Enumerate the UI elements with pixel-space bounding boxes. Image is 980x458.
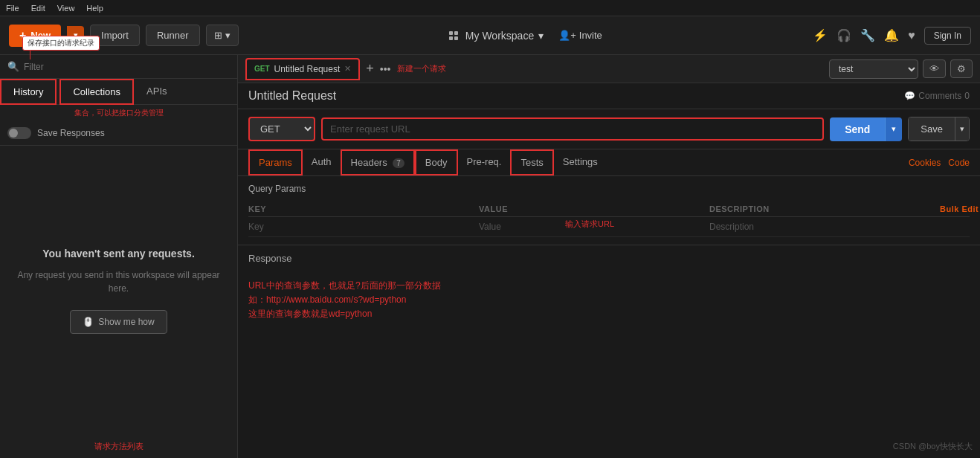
lightning-icon[interactable]: ⚡ <box>813 28 828 42</box>
active-request-tab[interactable]: GET Untitled Request ✕ <box>245 58 360 80</box>
param-key-input[interactable] <box>248 222 473 232</box>
url-input[interactable] <box>321 117 824 141</box>
annotation-collections: 集合，可以把接口分类管理 <box>7 108 230 118</box>
wrench-icon[interactable]: 🔧 <box>860 28 875 42</box>
heart-icon[interactable]: ♥ <box>908 29 915 42</box>
sidebar: 🔍 保存接口的请求纪录 History Collections APIs 集合，… <box>0 55 238 458</box>
req-tab-headers[interactable]: Headers 7 <box>341 149 415 175</box>
csdn-watermark: CSDN @boy快快长大 <box>893 441 973 452</box>
comments-button[interactable]: 💬 Comments 0 <box>904 91 970 101</box>
headers-label: Headers <box>351 157 390 168</box>
request-tabs: Params Auth Headers 7 Body Pre-req. Test… <box>238 149 980 176</box>
runner-button[interactable]: Runner <box>146 25 200 46</box>
save-responses-label: Save Responses <box>37 128 105 138</box>
save-button-group: Save ▾ <box>908 117 970 141</box>
annotation-url-params-text: URL中的查询参数，也就足?后面的那一部分数据 如：http://www.bai… <box>248 279 970 322</box>
annotation-save-record: 保存接口的请求纪录 <box>22 36 100 59</box>
sidebar-empty-state: You haven't sent any requests. Any reque… <box>0 146 237 435</box>
menu-help[interactable]: Help <box>86 4 103 13</box>
annotation-method-label: 请求方法列表 <box>6 441 231 452</box>
sidebar-tab-apis[interactable]: APIs <box>134 79 179 104</box>
save-responses-toggle[interactable] <box>7 127 31 139</box>
tab-name: Untitled Request <box>274 64 341 74</box>
send-button[interactable]: Send <box>830 117 885 141</box>
invite-label: Invite <box>579 30 602 41</box>
annotation-bubble-save: 保存接口的请求纪录 <box>22 36 100 51</box>
req-tab-prereq[interactable]: Pre-req. <box>458 150 511 175</box>
settings-button[interactable]: ⚙ <box>950 59 973 78</box>
comments-label: Comments <box>918 91 961 101</box>
url-bar: GET POST PUT DELETE 输入请求URL Send ▾ Save … <box>238 109 980 149</box>
req-tab-params[interactable]: Params <box>248 149 303 175</box>
menu-edit[interactable]: Edit <box>31 4 45 13</box>
req-tabs-right: Cookies Code <box>909 158 970 168</box>
req-tab-settings[interactable]: Settings <box>554 150 607 175</box>
response-section: Response <box>238 245 980 271</box>
show-me-how-button[interactable]: 🖱️ Show me how <box>70 310 167 334</box>
headset-icon[interactable]: 🎧 <box>836 28 851 42</box>
param-description-input[interactable] <box>709 222 934 232</box>
show-me-how-label: Show me how <box>98 317 154 327</box>
code-link[interactable]: Code <box>948 158 970 168</box>
content-area: GET Untitled Request ✕ + ••• 新建一个请求 test… <box>238 55 980 458</box>
bottom-annotation: URL中的查询参数，也就足?后面的那一部分数据 如：http://www.bai… <box>238 271 980 329</box>
layout-dropdown-arrow: ▾ <box>225 30 231 41</box>
sidebar-tab-history[interactable]: History <box>0 79 57 105</box>
sidebar-tabs: History Collections APIs <box>0 79 237 105</box>
bell-icon[interactable]: 🔔 <box>884 28 899 42</box>
add-tab-button[interactable]: + <box>363 61 377 77</box>
invite-icon: 👤+ <box>558 30 576 41</box>
close-tab-icon[interactable]: ✕ <box>344 64 351 74</box>
headers-badge: 7 <box>393 158 404 168</box>
bulk-edit-button[interactable]: Bulk Edit <box>940 204 970 213</box>
comment-icon: 💬 <box>904 91 915 101</box>
req-tab-body[interactable]: Body <box>415 149 458 175</box>
grid-icon <box>449 31 458 40</box>
search-icon: 🔍 <box>7 61 19 72</box>
annotation-input-url-text: 输入请求URL <box>565 219 614 228</box>
cursor-icon: 🖱️ <box>83 317 94 327</box>
sidebar-tab-collections[interactable]: Collections <box>59 79 134 105</box>
save-responses-area: Save Responses <box>0 121 237 146</box>
params-title: Query Params <box>248 184 970 194</box>
invite-button[interactable]: 👤+ Invite <box>558 30 602 41</box>
req-tab-tests[interactable]: Tests <box>510 149 553 175</box>
sidebar-empty-desc: Any request you send in this workspace w… <box>15 268 222 295</box>
annotation-line <box>30 51 30 59</box>
sidebar-search-area: 🔍 保存接口的请求纪录 <box>0 55 237 79</box>
main-layout: 🔍 保存接口的请求纪录 History Collections APIs 集合，… <box>0 55 980 458</box>
menu-file[interactable]: File <box>6 4 19 13</box>
annotation-method-list: 请求方法列表 <box>0 435 237 458</box>
toolbar-center: My Workspace ▾ 👤+ Invite <box>245 30 807 42</box>
annotation-line3: 这里的查询参数就是wd=python <box>248 307 970 321</box>
cookies-link[interactable]: Cookies <box>909 158 941 168</box>
send-dropdown-button[interactable]: ▾ <box>885 117 902 141</box>
sign-in-button[interactable]: Sign In <box>924 27 971 45</box>
workspace-dropdown-icon: ▾ <box>538 30 544 42</box>
menu-view[interactable]: View <box>57 4 75 13</box>
params-section: Query Params KEY VALUE DESCRIPTION Bulk … <box>238 176 980 245</box>
request-title-bar: Untitled Request 💬 Comments 0 <box>238 83 980 109</box>
layout-button[interactable]: ⊞ ▾ <box>206 25 239 46</box>
more-tabs-button[interactable]: ••• <box>380 63 391 75</box>
workspace-label: My Workspace <box>465 30 534 42</box>
tab-bar-right: test 👁 ⚙ <box>449 59 973 79</box>
layout-icon: ⊞ <box>214 30 222 41</box>
workspace-button[interactable]: My Workspace ▾ <box>449 30 544 42</box>
save-dropdown-button[interactable]: ▾ <box>955 117 969 141</box>
tab-method-badge: GET <box>254 65 270 73</box>
menu-bar: File Edit View Help <box>0 0 980 16</box>
req-tab-auth[interactable]: Auth <box>303 150 341 175</box>
col-key: KEY <box>248 204 473 213</box>
search-input[interactable] <box>24 62 230 72</box>
annotation-new-request-text: 新建一个请求 <box>397 64 446 73</box>
col-description: DESCRIPTION <box>709 204 934 213</box>
environment-select[interactable]: test <box>829 59 918 79</box>
save-button[interactable]: Save <box>909 117 955 141</box>
tab-bar: GET Untitled Request ✕ + ••• 新建一个请求 test… <box>238 55 980 83</box>
toolbar: + New ▾ Import Runner ⊞ ▾ My Workspace ▾… <box>0 16 980 55</box>
col-value: VALUE <box>479 204 703 213</box>
eye-button[interactable]: 👁 <box>923 59 946 78</box>
method-select[interactable]: GET POST PUT DELETE <box>248 117 315 141</box>
annotation-input-url: 输入请求URL <box>565 219 614 230</box>
